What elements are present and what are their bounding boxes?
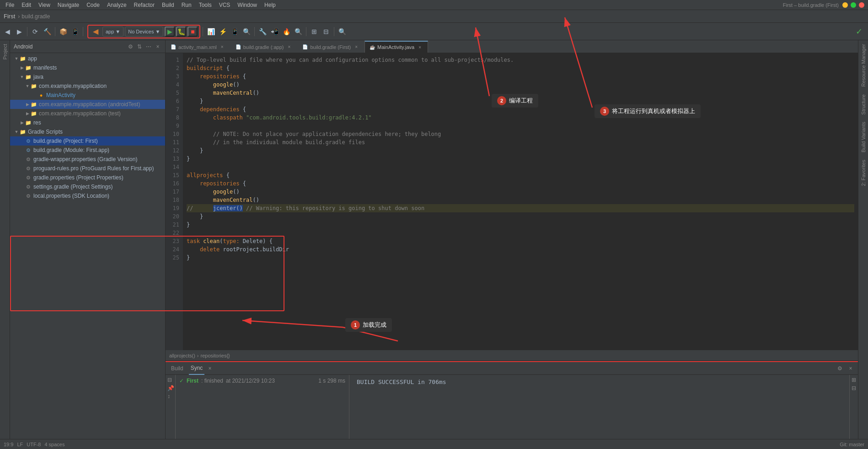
debug-button[interactable]: 🐛 <box>176 27 186 37</box>
bottom-tab-sync[interactable]: Sync <box>189 362 205 375</box>
sync-close[interactable]: × <box>208 365 211 372</box>
minimize-btn[interactable] <box>842 2 848 8</box>
tree-item-mainactivity[interactable]: ● MainActivity <box>10 91 165 100</box>
menu-edit[interactable]: Edit <box>18 0 35 10</box>
resize-button[interactable]: ⊞ <box>309 26 320 37</box>
tree-item-proguard[interactable]: ⚙ proguard-rules.pro (ProGuard Rules for… <box>10 164 165 173</box>
breadcrumb-allprojects[interactable]: allprojects() <box>169 353 195 358</box>
tree-item-androidtest[interactable]: ▶ 📁 com.example.myapplication (androidTe… <box>10 100 165 109</box>
tree-item-res[interactable]: ▶ 📁 res <box>10 118 165 127</box>
sdk-button[interactable]: 📦 <box>58 26 69 37</box>
resource-manager-label[interactable]: Resource Manager <box>860 40 867 91</box>
tab-close-activity[interactable]: × <box>219 44 225 50</box>
favorites-label[interactable]: 2: Favorites <box>860 156 867 189</box>
menu-window[interactable]: Window <box>234 0 261 10</box>
app-selector[interactable]: app ▼ <box>102 27 123 37</box>
tab-activity-main[interactable]: 📄 activity_main.xml × <box>166 41 230 53</box>
bottom-tab-build[interactable]: Build <box>169 362 185 375</box>
title-separator: › <box>18 13 20 20</box>
tree-item-java[interactable]: ▼ 📁 java <box>10 72 165 81</box>
arrow-mainactivity <box>32 93 38 97</box>
menu-code[interactable]: Code <box>83 0 103 10</box>
tree-item-gradle-props[interactable]: ⚙ gradle.properties (Project Properties) <box>10 173 165 182</box>
code-editor[interactable]: 12345 678910 1112131415 1617181920 21222… <box>166 53 858 350</box>
wrap-icon[interactable]: ⊞ <box>852 377 856 383</box>
statusbar: 19:9 LF UTF-8 4 spaces Git: master <box>0 439 868 449</box>
tab-icon-build-app: 📄 <box>236 44 241 49</box>
close-btn[interactable] <box>859 2 864 8</box>
stop-button[interactable]: ■ <box>188 27 198 37</box>
build-variants-label[interactable]: Build Variants <box>860 118 867 156</box>
run-button[interactable]: ▶ <box>165 27 175 37</box>
hammer-button[interactable]: 🔨 <box>42 26 53 37</box>
scroll-icon[interactable]: ⊟ <box>852 385 856 391</box>
status-lf: LF <box>17 442 23 447</box>
status-line-col: 19:9 <box>4 442 13 447</box>
menu-build[interactable]: Build <box>158 0 178 10</box>
tab-label-build-app: build.gradle (:app) <box>243 44 284 50</box>
tab-close-mainactivity[interactable]: × <box>417 44 423 50</box>
build-status: : finished <box>201 378 223 384</box>
avd-mgr-button[interactable]: 📲 <box>269 26 280 37</box>
build-duration: 1 s 298 ms <box>318 378 345 384</box>
menu-analyze[interactable]: Analyze <box>103 0 130 10</box>
tree-item-build-gradle-app[interactable]: ⚙ build.gradle (Module: First.app) <box>10 146 165 155</box>
breadcrumb-repositories[interactable]: repositories{} <box>201 353 230 358</box>
tree-item-build-gradle-project[interactable]: ⚙ build.gradle (Project: First) <box>10 136 165 146</box>
sync-button[interactable]: ⟳ <box>30 26 41 37</box>
sdk-mgr-button[interactable]: 🔧 <box>257 26 268 37</box>
bottom-panel-close[interactable]: × <box>847 365 854 372</box>
menu-vcs[interactable]: VCS <box>215 0 234 10</box>
layout-inspector[interactable]: 🔍 <box>241 26 252 37</box>
tab-build-gradle-app[interactable]: 📄 build.gradle (:app) × <box>230 41 298 53</box>
run-config-back[interactable]: ◀ <box>90 26 101 37</box>
lint-button[interactable]: 🔍 <box>293 26 304 37</box>
tree-item-gradle-wrapper[interactable]: ⚙ gradle-wrapper.properties (Gradle Vers… <box>10 155 165 164</box>
tab-close-build-app[interactable]: × <box>286 44 292 50</box>
search-everything[interactable]: 🔍 <box>337 26 348 37</box>
expand-icon[interactable]: ↕ <box>167 393 173 400</box>
tree-item-test[interactable]: ▶ 📁 com.example.myapplication (test) <box>10 109 165 118</box>
tree-item-gradle-scripts[interactable]: ▼ 📁 Gradle Scripts <box>10 127 165 136</box>
tree-item-manifests[interactable]: ▶ 📁 manifests <box>10 63 165 72</box>
tab-build-gradle-first[interactable]: 📄 build.gradle (First) × <box>297 41 364 53</box>
tree-item-app[interactable]: ▼ 📁 app <box>10 54 165 63</box>
menu-run[interactable]: Run <box>178 0 195 10</box>
menu-file[interactable]: File <box>2 0 18 10</box>
tree-item-local-props[interactable]: ⚙ local.properties (SDK Location) <box>10 191 165 200</box>
filter-icon[interactable]: ⊟ <box>167 377 173 383</box>
build-item-first[interactable]: ✓ First : finished at 2021/12/29 10:23 1… <box>177 377 347 385</box>
structure-label[interactable]: Structure <box>860 91 867 119</box>
right-sidebar: Resource Manager Structure Build Variant… <box>858 40 868 439</box>
tree-item-settings-gradle[interactable]: ⚙ settings.gradle (Project Settings) <box>10 182 165 191</box>
bottom-panel-settings[interactable]: ⚙ <box>836 365 843 372</box>
firebase-button[interactable]: 🔥 <box>281 26 292 37</box>
forward-button[interactable]: ▶ <box>14 26 25 37</box>
split-button[interactable]: ⊟ <box>321 26 332 37</box>
panel-gear-icon[interactable]: ⋯ <box>145 43 152 50</box>
menu-tools[interactable]: Tools <box>195 0 215 10</box>
tree-item-com-example[interactable]: ▼ 📁 com.example.myapplication <box>10 81 165 91</box>
menu-help[interactable]: Help <box>261 0 279 10</box>
sidebar-project-label[interactable]: Project <box>1 40 9 63</box>
breadcrumb-sep: › <box>197 353 199 358</box>
avd-button[interactable]: 📱 <box>70 26 80 37</box>
run-configuration-area: ◀ app ▼ No Devices ▼ ▶ 🐛 ■ <box>87 25 200 38</box>
menu-view[interactable]: View <box>35 0 54 10</box>
tab-close-build-first[interactable]: × <box>353 44 359 50</box>
panel-settings-icon[interactable]: ⚙ <box>127 43 134 50</box>
panel-close-icon[interactable]: × <box>154 43 161 50</box>
profile-button[interactable]: ⚡ <box>217 26 228 37</box>
menu-navigate[interactable]: Navigate <box>54 0 83 10</box>
tree-label-build-gradle-project: build.gradle (Project: First) <box>33 138 98 144</box>
maximize-btn[interactable] <box>851 2 856 8</box>
apk-button[interactable]: 📱 <box>229 26 240 37</box>
panel-sort-icon[interactable]: ⇅ <box>136 43 143 50</box>
pin-icon[interactable]: 📌 <box>167 385 173 391</box>
menu-refactor[interactable]: Refactor <box>130 0 158 10</box>
back-button[interactable]: ◀ <box>2 26 13 37</box>
device-selector[interactable]: No Devices ▼ <box>125 27 163 37</box>
coverage-button[interactable]: 📊 <box>205 26 216 37</box>
gradle-icon-1: ⚙ <box>25 137 32 145</box>
tab-mainactivity[interactable]: ☕ MainActivity.java × <box>364 41 428 53</box>
